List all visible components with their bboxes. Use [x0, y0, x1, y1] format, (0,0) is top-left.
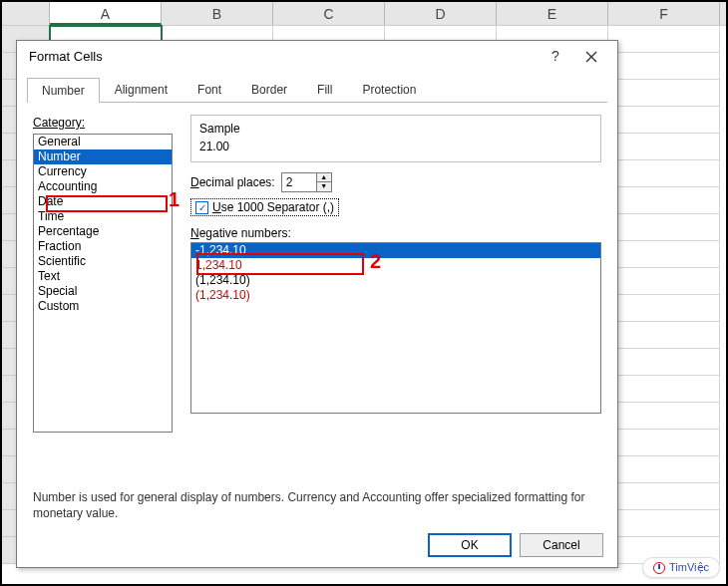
category-fraction[interactable]: Fraction — [34, 239, 172, 254]
category-currency[interactable]: Currency — [34, 164, 172, 179]
spin-down-icon[interactable]: ▼ — [317, 182, 331, 191]
format-cells-dialog: Format Cells ? Number Alignment Font Bor… — [16, 40, 618, 568]
thousands-separator-checkbox[interactable]: ✓ Use 1000 Separator (,) — [190, 198, 339, 216]
decimal-places-spinner[interactable]: ▲ ▼ — [281, 172, 332, 192]
format-description: Number is used for general display of nu… — [33, 489, 601, 521]
help-button[interactable]: ? — [538, 48, 573, 64]
category-custom[interactable]: Custom — [34, 299, 172, 314]
spin-up-icon[interactable]: ▲ — [317, 173, 331, 182]
col-header-D[interactable]: D — [385, 2, 497, 25]
category-special[interactable]: Special — [34, 284, 172, 299]
sample-box: Sample 21.00 — [190, 115, 601, 162]
watermark-badge: TimViệc — [642, 557, 720, 578]
close-icon — [585, 51, 597, 63]
negative-option-1[interactable]: -1,234.10 — [191, 243, 600, 258]
category-time[interactable]: Time — [34, 209, 172, 224]
tab-strip: Number Alignment Font Border Fill Protec… — [27, 77, 607, 103]
decimal-places-label: Decimal places: — [190, 175, 275, 189]
checkmark-icon: ✓ — [195, 201, 208, 214]
category-percentage[interactable]: Percentage — [34, 224, 172, 239]
decimal-places-input[interactable] — [282, 173, 316, 191]
tab-alignment[interactable]: Alignment — [100, 77, 182, 102]
category-general[interactable]: General — [34, 135, 172, 149]
col-header-E[interactable]: E — [497, 2, 608, 25]
clock-icon — [653, 562, 665, 574]
category-date[interactable]: Date — [34, 194, 172, 209]
cancel-button[interactable]: Cancel — [520, 533, 603, 557]
category-list[interactable]: General Number Currency Accounting Date … — [33, 134, 173, 433]
category-text[interactable]: Text — [34, 269, 172, 284]
category-scientific[interactable]: Scientific — [34, 254, 172, 269]
thousands-separator-label: Use 1000 Separator (,) — [212, 200, 334, 214]
col-header-B[interactable]: B — [162, 2, 273, 25]
negative-numbers-label: Negative numbers: — [190, 226, 601, 240]
category-accounting[interactable]: Accounting — [34, 179, 172, 194]
dialog-title: Format Cells — [29, 49, 538, 64]
negative-option-2[interactable]: 1,234.10 — [191, 258, 600, 273]
tab-number[interactable]: Number — [27, 78, 100, 103]
ok-button[interactable]: OK — [428, 533, 512, 557]
col-header-F[interactable]: F — [608, 2, 720, 25]
col-header-C[interactable]: C — [273, 2, 385, 25]
category-number[interactable]: Number — [34, 149, 172, 164]
tab-protection[interactable]: Protection — [347, 77, 431, 102]
sample-label: Sample — [199, 122, 592, 136]
titlebar: Format Cells ? — [17, 41, 617, 71]
watermark-text: TimViệc — [669, 561, 709, 574]
category-label: Category: — [33, 116, 85, 130]
negative-option-4[interactable]: (1,234.10) — [191, 288, 600, 303]
column-headers: A B C D E F — [2, 2, 726, 26]
negative-numbers-list[interactable]: -1,234.10 1,234.10 (1,234.10) (1,234.10) — [190, 242, 601, 414]
negative-option-3[interactable]: (1,234.10) — [191, 273, 600, 288]
tab-border[interactable]: Border — [236, 77, 302, 102]
sample-value: 21.00 — [199, 140, 592, 153]
close-button[interactable] — [573, 48, 609, 64]
tab-fill[interactable]: Fill — [302, 77, 347, 102]
col-header-A[interactable]: A — [50, 2, 162, 25]
select-all-corner[interactable] — [2, 2, 50, 25]
tab-font[interactable]: Font — [182, 77, 236, 102]
